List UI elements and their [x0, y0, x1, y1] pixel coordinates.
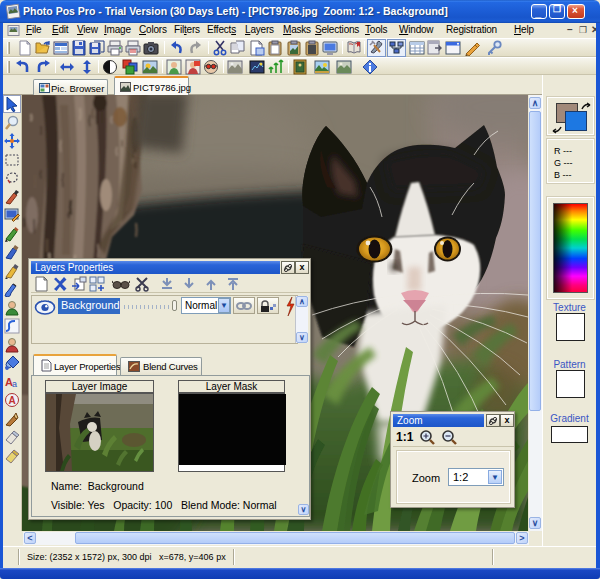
svg-text:A: A [9, 395, 16, 406]
svg-text:a: a [12, 379, 17, 389]
